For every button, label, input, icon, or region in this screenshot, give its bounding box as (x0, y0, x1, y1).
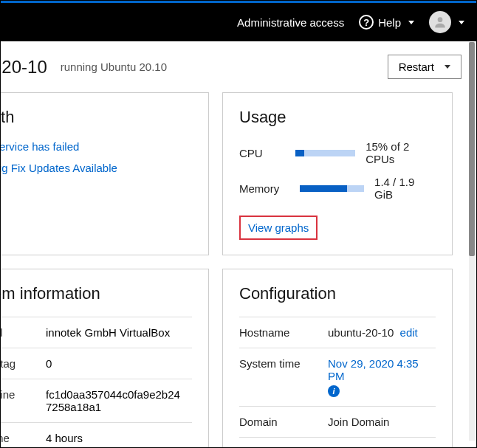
config-perf-row: Performance profile none (239, 437, 436, 447)
systime-link[interactable]: Nov 29, 2020 4:35 PM (328, 357, 419, 382)
sysinfo-card: tem information elinnotek GmbH VirtualBo… (0, 269, 209, 447)
table-row: t tag0 (0, 348, 192, 379)
cpu-value: 15% of 2 CPUs (366, 140, 436, 165)
systime-label: System time (239, 357, 328, 370)
cpu-bar-fill (295, 150, 304, 156)
perf-value: none (328, 447, 436, 447)
sysinfo-table: elinnotek GmbH VirtualBox t tag0 hinefc1… (0, 317, 192, 447)
sysinfo-val: fc1d0aa357044c0fa9e2b247258a18a1 (40, 379, 192, 423)
top-navbar: Administrative access ? Help (1, 3, 476, 41)
table-row: hinefc1d0aa357044c0fa9e2b247258a18a1 (0, 379, 192, 423)
config-systime-row: System time Nov 29, 2020 4:35 PM i (239, 348, 436, 406)
cpu-bar (295, 150, 355, 156)
admin-access-toggle[interactable]: Administrative access (237, 16, 344, 29)
page-header: ntu-20-10 running Ubuntu 20.10 Restart (0, 50, 476, 92)
usage-title: Usage (239, 108, 436, 127)
config-domain-row: Domain Join Domain (239, 406, 436, 437)
domain-link[interactable]: Join Domain (328, 416, 436, 428)
table-row: elinnotek GmbH VirtualBox (0, 317, 192, 348)
svg-point-0 (438, 17, 443, 22)
chevron-down-icon (408, 21, 414, 24)
usage-mem-row: Memory 1.4 / 1.9 GiB (239, 176, 436, 201)
sysinfo-val: 4 hours (40, 423, 192, 448)
usage-cpu-row: CPU 15% of 2 CPUs (239, 140, 436, 165)
restart-button[interactable]: Restart (388, 55, 461, 79)
health-title: alth (0, 108, 192, 127)
config-card: Configuration Hostname ubuntu-20-10 edit… (222, 269, 453, 447)
sysinfo-key: t tag (0, 348, 40, 379)
help-menu[interactable]: ? Help (359, 15, 414, 30)
help-icon: ? (359, 15, 374, 30)
hostname-label: Hostname (239, 326, 328, 339)
sysinfo-title: tem information (0, 284, 192, 303)
mem-value: 1.4 / 1.9 GiB (374, 176, 436, 201)
table-row: me4 hours (0, 423, 192, 448)
hostname-edit-link[interactable]: edit (400, 326, 418, 339)
hostname-text: ubuntu-20-10 (328, 326, 394, 339)
config-hostname-row: Hostname ubuntu-20-10 edit (239, 317, 436, 348)
mem-bar-fill (300, 185, 348, 192)
mem-bar (300, 185, 365, 192)
mem-label: Memory (239, 182, 300, 195)
page-subtitle: running Ubuntu 20.10 (61, 61, 167, 73)
usage-card: Usage CPU 15% of 2 CPUs Memory 1.4 / 1.9… (222, 92, 453, 255)
view-graphs-link[interactable]: View graphs (239, 216, 318, 240)
sysinfo-key: me (0, 423, 40, 448)
user-menu[interactable] (429, 11, 464, 33)
health-service-failed-link[interactable]: l service has failed (0, 140, 192, 153)
systime-value: Nov 29, 2020 4:35 PM i (328, 357, 436, 397)
config-title: Configuration (239, 284, 436, 303)
hostname-value: ubuntu-20-10 edit (328, 326, 436, 339)
health-card: alth l service has failed Bug Fix Update… (0, 92, 209, 255)
cpu-label: CPU (239, 147, 295, 159)
chevron-down-icon (445, 65, 450, 69)
admin-access-label: Administrative access (237, 16, 344, 29)
avatar (429, 11, 451, 33)
sysinfo-key: el (0, 317, 40, 348)
main-content: ntu-20-10 running Ubuntu 20.10 Restart a… (0, 41, 476, 447)
restart-label: Restart (399, 61, 434, 73)
page-title: ntu-20-10 (0, 57, 47, 77)
help-label: Help (378, 16, 401, 29)
info-icon[interactable]: i (328, 385, 340, 397)
chevron-down-icon (459, 21, 464, 24)
perf-label: Performance profile (239, 447, 328, 447)
sysinfo-val: 0 (40, 348, 192, 379)
domain-label: Domain (239, 416, 328, 428)
sysinfo-key: hine (0, 379, 40, 423)
health-updates-link[interactable]: Bug Fix Updates Available (0, 162, 192, 174)
sysinfo-val: innotek GmbH VirtualBox (40, 317, 192, 348)
